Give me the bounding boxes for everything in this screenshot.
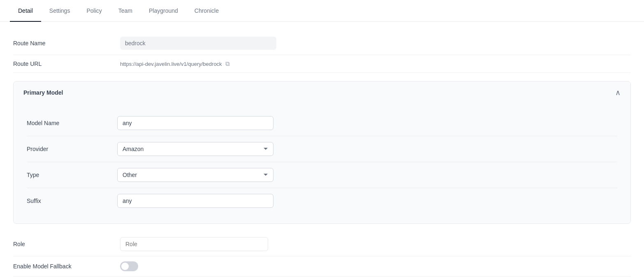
fallback-row: Enable Model Fallback bbox=[13, 256, 631, 277]
route-name-label: Route Name bbox=[13, 40, 120, 47]
tab-chronicle[interactable]: Chronicle bbox=[186, 0, 227, 21]
suffix-row: Suffix bbox=[27, 188, 617, 214]
collapse-icon[interactable]: ∧ bbox=[615, 88, 621, 97]
toggle-slider bbox=[120, 261, 138, 271]
route-url-row: Route URL https://api-dev.javelin.live/v… bbox=[13, 55, 631, 73]
model-name-label: Model Name bbox=[27, 120, 117, 126]
route-url-text: https://api-dev.javelin.live/v1/query/be… bbox=[120, 61, 222, 67]
tab-detail[interactable]: Detail bbox=[10, 0, 41, 21]
primary-model-header[interactable]: Primary Model ∧ bbox=[14, 81, 630, 104]
model-name-control bbox=[117, 116, 273, 130]
suffix-control bbox=[117, 194, 273, 208]
suffix-input[interactable] bbox=[117, 194, 273, 208]
type-select[interactable]: Other Chat Completion Embedding bbox=[117, 168, 273, 182]
model-name-row: Model Name bbox=[27, 110, 617, 136]
role-label: Role bbox=[13, 241, 120, 247]
type-control: Other Chat Completion Embedding bbox=[117, 168, 273, 182]
tab-policy[interactable]: Policy bbox=[78, 0, 110, 21]
fallback-label: Enable Model Fallback bbox=[13, 263, 120, 270]
route-name-input[interactable] bbox=[120, 37, 276, 50]
main-content: Route Name Route URL https://api-dev.jav… bbox=[0, 22, 644, 277]
copy-icon[interactable]: ⧉ bbox=[225, 60, 230, 68]
provider-label: Provider bbox=[27, 146, 117, 152]
fallback-toggle[interactable] bbox=[120, 261, 138, 271]
role-input[interactable] bbox=[120, 237, 268, 251]
fallback-toggle-container bbox=[120, 261, 138, 271]
suffix-label: Suffix bbox=[27, 198, 117, 204]
route-url-display: https://api-dev.javelin.live/v1/query/be… bbox=[120, 60, 230, 68]
provider-select[interactable]: Amazon OpenAI Google Azure Other bbox=[117, 142, 273, 156]
fallback-control bbox=[120, 261, 138, 271]
primary-model-title: Primary Model bbox=[23, 89, 63, 96]
route-url-label: Route URL bbox=[13, 61, 120, 67]
primary-model-section: Primary Model ∧ Model Name Provider Amaz… bbox=[13, 81, 631, 224]
tabs-bar: Detail Settings Policy Team Playground C… bbox=[0, 0, 644, 22]
route-name-row: Route Name bbox=[13, 32, 631, 55]
tab-settings[interactable]: Settings bbox=[41, 0, 79, 21]
primary-model-content: Model Name Provider Amazon OpenAI Google… bbox=[14, 104, 630, 223]
provider-control: Amazon OpenAI Google Azure Other bbox=[117, 142, 273, 156]
type-label: Type bbox=[27, 172, 117, 178]
route-name-control bbox=[120, 37, 276, 50]
tab-playground[interactable]: Playground bbox=[141, 0, 186, 21]
type-row: Type Other Chat Completion Embedding bbox=[27, 162, 617, 188]
role-row: Role bbox=[13, 232, 631, 256]
tab-team[interactable]: Team bbox=[110, 0, 141, 21]
route-url-control: https://api-dev.javelin.live/v1/query/be… bbox=[120, 60, 230, 68]
provider-row: Provider Amazon OpenAI Google Azure Othe… bbox=[27, 136, 617, 162]
model-name-input[interactable] bbox=[117, 116, 273, 130]
role-control bbox=[120, 237, 268, 251]
